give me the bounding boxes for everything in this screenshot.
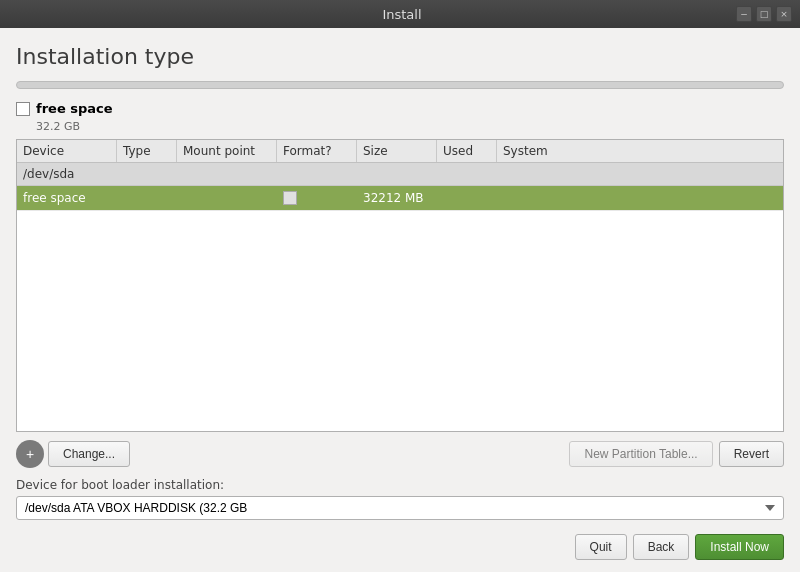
bootloader-label: Device for boot loader installation:: [16, 478, 784, 492]
window-controls: − □ ×: [736, 6, 792, 22]
close-button[interactable]: ×: [776, 6, 792, 22]
change-button[interactable]: Change...: [48, 441, 130, 467]
window: Install − □ × Installation type free spa…: [0, 0, 800, 572]
free-space-label: free space: [36, 101, 113, 116]
bootloader-select[interactable]: /dev/sda ATA VBOX HARDDISK (32.2 GB: [16, 496, 784, 520]
col-format: Format?: [277, 140, 357, 162]
minimize-icon: −: [740, 9, 748, 19]
progress-bar: [16, 81, 784, 89]
cell-used: [437, 186, 497, 210]
table-body: /dev/sda free space 32212 MB: [17, 163, 783, 431]
new-partition-table-button[interactable]: New Partition Table...: [569, 441, 712, 467]
bottom-section: + Change... New Partition Table... Rever…: [16, 440, 784, 560]
device-group-row: /dev/sda: [17, 163, 783, 186]
format-checkbox[interactable]: [283, 191, 297, 205]
window-title: Install: [68, 7, 736, 22]
titlebar: Install − □ ×: [0, 0, 800, 28]
col-system: System: [497, 140, 783, 162]
table-header: Device Type Mount point Format? Size Use…: [17, 140, 783, 163]
cell-device: free space: [17, 186, 117, 210]
maximize-button[interactable]: □: [756, 6, 772, 22]
col-type: Type: [117, 140, 177, 162]
partition-table: Device Type Mount point Format? Size Use…: [16, 139, 784, 432]
col-used: Used: [437, 140, 497, 162]
revert-button[interactable]: Revert: [719, 441, 784, 467]
partition-buttons-row: + Change... New Partition Table... Rever…: [16, 440, 784, 468]
bootloader-section: Device for boot loader installation: /de…: [16, 478, 784, 520]
install-now-button[interactable]: Install Now: [695, 534, 784, 560]
col-size: Size: [357, 140, 437, 162]
right-partition-buttons: New Partition Table... Revert: [569, 441, 784, 467]
cell-size: 32212 MB: [357, 186, 437, 210]
cell-type: [117, 186, 177, 210]
window-content: Installation type free space 32.2 GB Dev…: [0, 28, 800, 572]
minimize-button[interactable]: −: [736, 6, 752, 22]
cell-system: [497, 186, 783, 210]
free-space-checkbox[interactable]: [16, 102, 30, 116]
free-space-header: free space: [16, 101, 784, 116]
table-row[interactable]: free space 32212 MB: [17, 186, 783, 211]
col-device: Device: [17, 140, 117, 162]
left-partition-buttons: + Change...: [16, 440, 130, 468]
col-mount-point: Mount point: [177, 140, 277, 162]
nav-buttons: Quit Back Install Now: [16, 534, 784, 560]
back-button[interactable]: Back: [633, 534, 690, 560]
maximize-icon: □: [760, 9, 769, 19]
page-title: Installation type: [16, 44, 784, 69]
quit-button[interactable]: Quit: [575, 534, 627, 560]
add-icon: +: [26, 446, 34, 462]
cell-format: [277, 186, 357, 210]
cell-mount: [177, 186, 277, 210]
close-icon: ×: [780, 9, 788, 19]
free-space-size: 32.2 GB: [36, 120, 784, 133]
add-partition-button[interactable]: +: [16, 440, 44, 468]
